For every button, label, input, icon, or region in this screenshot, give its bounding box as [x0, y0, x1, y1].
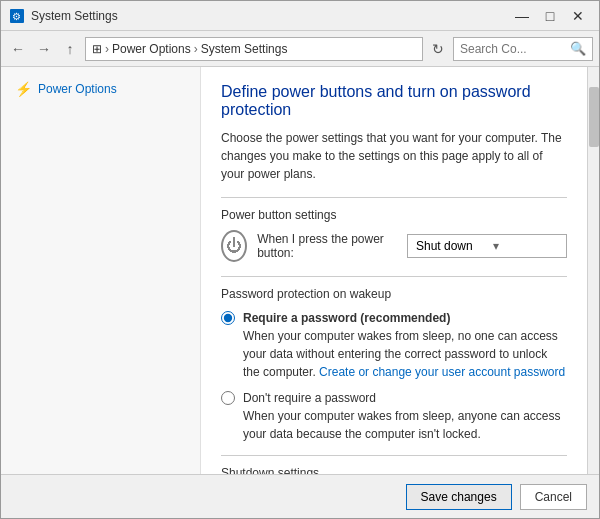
breadcrumb-sep2: ›	[194, 42, 198, 56]
scrollbar[interactable]	[587, 67, 599, 474]
up-button[interactable]: ↑	[59, 38, 81, 60]
refresh-button[interactable]: ↻	[427, 38, 449, 60]
no-password-label: Don't require a password	[243, 391, 376, 405]
scrollbar-thumb[interactable]	[589, 87, 599, 147]
forward-button[interactable]: →	[33, 38, 55, 60]
power-button-dropdown[interactable]: Shut down ▾	[407, 234, 567, 258]
breadcrumb-part2: System Settings	[201, 42, 288, 56]
cancel-button[interactable]: Cancel	[520, 484, 587, 510]
require-password-option: Require a password (recommended) When yo…	[221, 309, 567, 381]
sidebar-item-label: Power Options	[38, 82, 117, 96]
window-controls: — □ ✕	[509, 6, 591, 26]
shutdown-section-label: Shutdown settings	[221, 466, 567, 474]
footer: Save changes Cancel	[1, 474, 599, 518]
search-input[interactable]	[460, 42, 566, 56]
power-options-icon: ⚡	[15, 81, 32, 97]
back-button[interactable]: ←	[7, 38, 29, 60]
maximize-button[interactable]: □	[537, 6, 563, 26]
breadcrumb-root: ⊞	[92, 42, 102, 56]
no-password-text: Don't require a password When your compu…	[243, 389, 567, 443]
breadcrumb[interactable]: ⊞ › Power Options › System Settings	[85, 37, 423, 61]
require-password-radio[interactable]	[221, 311, 235, 325]
dropdown-value: Shut down	[416, 239, 473, 253]
content-area: ⚡ Power Options Define power buttons and…	[1, 67, 599, 474]
divider-3	[221, 455, 567, 456]
main-content: Define power buttons and turn on passwor…	[201, 67, 587, 474]
search-icon: 🔍	[570, 41, 586, 56]
password-section-label: Password protection on wakeup	[221, 287, 567, 301]
sidebar: ⚡ Power Options	[1, 67, 201, 474]
save-changes-button[interactable]: Save changes	[406, 484, 512, 510]
no-password-option: Don't require a password When your compu…	[221, 389, 567, 443]
window-icon: ⚙	[9, 8, 25, 24]
breadcrumb-sep1: ›	[105, 42, 109, 56]
require-password-label: Require a password (recommended)	[243, 311, 450, 325]
page-description: Choose the power settings that you want …	[221, 129, 567, 183]
power-button-label: When I press the power button:	[257, 232, 389, 260]
search-box[interactable]: 🔍	[453, 37, 593, 61]
minimize-button[interactable]: —	[509, 6, 535, 26]
power-button-row: ⏻ When I press the power button: Shut do…	[221, 230, 567, 262]
no-password-detail: When your computer wakes from sleep, any…	[243, 409, 560, 441]
require-password-text: Require a password (recommended) When yo…	[243, 309, 567, 381]
create-change-password-link[interactable]: Create or change your user account passw…	[319, 365, 565, 379]
no-password-radio[interactable]	[221, 391, 235, 405]
power-button-icon: ⏻	[221, 230, 247, 262]
password-radio-group: Require a password (recommended) When yo…	[221, 309, 567, 443]
divider-2	[221, 276, 567, 277]
window: ⚙ System Settings — □ ✕ ← → ↑ ⊞ › Power …	[0, 0, 600, 519]
svg-text:⚙: ⚙	[12, 11, 21, 22]
address-bar: ← → ↑ ⊞ › Power Options › System Setting…	[1, 31, 599, 67]
breadcrumb-part1[interactable]: Power Options	[112, 42, 191, 56]
power-button-section-label: Power button settings	[221, 208, 567, 222]
window-title: System Settings	[31, 9, 509, 23]
page-title: Define power buttons and turn on passwor…	[221, 83, 567, 119]
divider-1	[221, 197, 567, 198]
chevron-down-icon: ▾	[493, 239, 499, 253]
close-button[interactable]: ✕	[565, 6, 591, 26]
title-bar: ⚙ System Settings — □ ✕	[1, 1, 599, 31]
sidebar-item-power-options[interactable]: ⚡ Power Options	[1, 75, 200, 103]
